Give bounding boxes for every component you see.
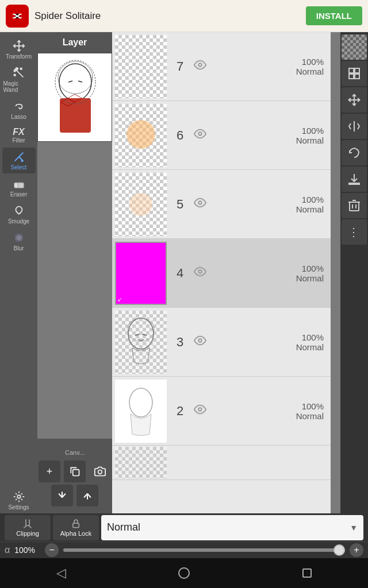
- svg-rect-23: [355, 68, 359, 73]
- layer-thumbnail-5: [115, 173, 167, 236]
- svg-point-50: [198, 270, 202, 273]
- blend-mode-value: Normal: [107, 521, 140, 533]
- layer-visibility-5[interactable]: [194, 196, 206, 212]
- svg-rect-27: [350, 202, 359, 211]
- svg-point-40: [98, 470, 102, 474]
- layer-number-6: 6: [174, 128, 186, 143]
- tool-smudge[interactable]: Smudge: [2, 202, 36, 227]
- alpha-value: 100%: [14, 546, 40, 555]
- android-nav: ◁: [0, 558, 368, 588]
- svg-point-49: [198, 201, 202, 204]
- add-layer-button[interactable]: +: [39, 461, 60, 482]
- clipping-button[interactable]: Clipping: [5, 515, 51, 540]
- tool-select[interactable]: Select: [2, 148, 36, 173]
- tool-filter[interactable]: FX Filter: [2, 124, 36, 146]
- blend-mode-dropdown[interactable]: Normal ▼: [101, 515, 363, 540]
- layer-thumbnail-3: [115, 311, 167, 374]
- svg-rect-25: [355, 74, 359, 79]
- settings-label: Settings: [8, 504, 29, 510]
- move-layer-down-button[interactable]: [51, 485, 73, 506]
- transform-label: Transform: [6, 53, 32, 60]
- svg-point-48: [198, 132, 202, 136]
- svg-point-8: [14, 70, 16, 72]
- alpha-row: α 100% − +: [0, 542, 368, 558]
- dropdown-arrow-icon: ▼: [350, 523, 358, 532]
- lasso-label: Lasso: [11, 114, 26, 120]
- rs-download-btn[interactable]: [342, 167, 367, 192]
- layer-visibility-4[interactable]: [194, 265, 206, 281]
- filter-icon: FX: [13, 127, 24, 137]
- tool-lasso[interactable]: Lasso: [2, 97, 36, 123]
- layer-info-3: 100% Normal: [210, 332, 331, 352]
- svg-rect-39: [73, 470, 79, 476]
- layer-info-2: 100% Normal: [210, 401, 331, 421]
- svg-point-57: [198, 408, 202, 411]
- android-home[interactable]: [178, 567, 190, 579]
- svg-point-19: [17, 495, 21, 498]
- layer-visibility-7[interactable]: [194, 59, 206, 74]
- layer-info-7: 100% Normal: [210, 57, 331, 76]
- ad-install-button[interactable]: INSTALL: [306, 6, 362, 25]
- ad-title: Spider Solitaire: [34, 10, 306, 22]
- layer-visibility-2[interactable]: [194, 403, 206, 419]
- select-label: Select: [11, 164, 27, 171]
- layer-number-5: 5: [174, 197, 186, 212]
- blur-label: Blur: [14, 245, 24, 252]
- partial-layer-row[interactable]: [112, 446, 331, 480]
- svg-rect-37: [60, 98, 91, 133]
- tool-magic-wand[interactable]: Magic Wand: [2, 64, 36, 96]
- layer-actions: Canv... +: [37, 439, 112, 513]
- layer-title: Layer: [63, 37, 87, 48]
- layer-panel[interactable]: 7 100% Normal 6 100% No: [112, 32, 331, 513]
- layer-row[interactable]: 6 100% Normal: [112, 101, 331, 170]
- copy-layer-button[interactable]: [64, 461, 86, 482]
- tool-blur[interactable]: Blur: [2, 229, 36, 254]
- layer-thumbnail-7: [115, 35, 167, 98]
- canvas-label: Canv...: [65, 449, 85, 456]
- alpha-plus-button[interactable]: +: [350, 543, 363, 557]
- camera-button[interactable]: [89, 461, 111, 482]
- svg-point-47: [198, 63, 202, 67]
- svg-point-56: [129, 388, 152, 417]
- tool-eraser[interactable]: Eraser: [2, 175, 36, 200]
- svg-point-51: [128, 318, 154, 349]
- layer-number-3: 3: [174, 335, 186, 350]
- svg-point-52: [128, 318, 154, 341]
- alpha-lock-button[interactable]: Alpha Lock: [53, 515, 99, 540]
- layer-row[interactable]: 3 100% Normal: [112, 308, 331, 377]
- layer-action-row-2: [51, 485, 98, 506]
- rs-rotate-btn[interactable]: [342, 140, 367, 165]
- svg-rect-22: [349, 68, 354, 73]
- rs-move-select-btn[interactable]: [342, 61, 367, 86]
- layer-visibility-6[interactable]: [194, 127, 206, 143]
- layer-row[interactable]: 5 100% Normal: [112, 170, 331, 239]
- tool-settings[interactable]: Settings: [2, 488, 36, 513]
- layer-number-2: 2: [174, 404, 186, 419]
- layer-thumbnail-4: ↙: [115, 242, 167, 305]
- rs-more-btn[interactable]: ⋮: [342, 219, 367, 245]
- bottom-toolbar: Clipping Alpha Lock Normal ▼ α 100% − +: [0, 513, 368, 558]
- rs-checker-btn[interactable]: [342, 34, 367, 60]
- rs-flip-btn[interactable]: [342, 114, 367, 139]
- canvas-preview: [37, 53, 112, 142]
- rs-move-btn[interactable]: [342, 87, 367, 113]
- svg-point-9: [20, 68, 22, 69]
- layer-row-selected[interactable]: ↙ 4 100% Normal: [112, 239, 331, 308]
- android-back[interactable]: ◁: [56, 566, 66, 581]
- alpha-symbol: α: [5, 545, 10, 555]
- layer-visibility-3[interactable]: [194, 334, 206, 350]
- ad-icon: [6, 5, 29, 28]
- layer-row[interactable]: 2 100% Normal: [112, 377, 331, 446]
- layer-row[interactable]: 7 100% Normal: [112, 32, 331, 101]
- android-recents[interactable]: [302, 568, 312, 578]
- alpha-minus-button[interactable]: −: [45, 543, 59, 557]
- svg-point-18: [16, 235, 21, 240]
- alpha-slider[interactable]: [63, 548, 345, 552]
- rs-delete-btn[interactable]: [342, 193, 367, 218]
- eraser-label: Eraser: [10, 191, 27, 198]
- magic-wand-label: Magic Wand: [3, 80, 34, 93]
- svg-point-7: [16, 68, 18, 70]
- tool-transform[interactable]: Transform: [2, 37, 36, 63]
- move-layer-up-button[interactable]: [76, 485, 98, 506]
- layer-info-5: 100% Normal: [210, 195, 331, 214]
